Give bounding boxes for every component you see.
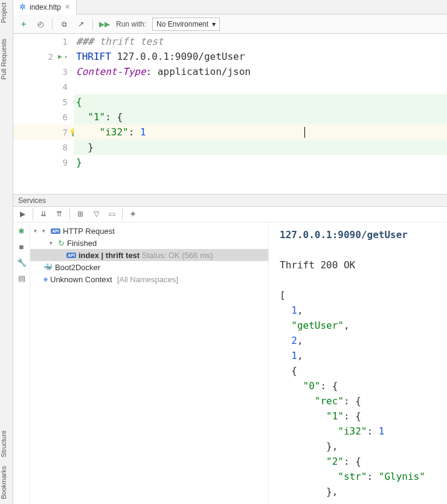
chevron-down-icon[interactable]: ▾: [65, 54, 68, 60]
stop-icon[interactable]: ■: [17, 242, 27, 251]
tree-kube-node[interactable]: ⎈ Unknown Context [All Namespaces]: [30, 273, 268, 285]
collapse-all-button[interactable]: ⇈: [54, 208, 65, 219]
finished-label: Finished: [67, 239, 97, 248]
gutter-line[interactable]: 3: [13, 64, 74, 79]
response-line: {: [271, 363, 445, 378]
response-line: 1,: [271, 348, 445, 363]
code-line[interactable]: {: [74, 94, 447, 109]
environment-select[interactable]: No Environment ▾: [152, 18, 220, 31]
tree-docker-node[interactable]: 🐳 Boot2Docker: [30, 261, 268, 273]
file-tab-label: index.http: [30, 3, 61, 11]
gutter-line[interactable]: 7💡: [13, 124, 74, 140]
gutter-line[interactable]: 8: [13, 140, 74, 155]
expand-icon[interactable]: ▾: [42, 228, 48, 234]
separator: [52, 19, 53, 30]
bug-icon[interactable]: ✱: [17, 226, 27, 236]
bookmarks-tool-button[interactable]: Bookmarks: [0, 464, 7, 502]
response-line: 1,: [271, 303, 445, 318]
file-tab[interactable]: ✲ index.http ✕: [13, 0, 77, 15]
copy-button[interactable]: ⧉: [59, 19, 69, 30]
services-title: Services: [18, 196, 46, 205]
response-line: },: [271, 484, 445, 499]
code-line[interactable]: }: [74, 155, 447, 170]
response-line: 2,: [271, 333, 445, 348]
code-line[interactable]: Content-Type: application/json: [74, 64, 447, 79]
gutter-line[interactable]: 4: [13, 79, 74, 94]
pull-requests-tool-button[interactable]: Pull Requests: [0, 36, 7, 82]
blank-line: [271, 273, 445, 288]
services-toolbar: ▶ ⇊ ⇈ ⊞ ▽ ▭ ＋: [13, 207, 447, 222]
code-line[interactable]: }: [74, 140, 447, 155]
http-file-icon: ✲: [19, 2, 26, 11]
add-request-button[interactable]: ＋: [18, 19, 29, 30]
view-button[interactable]: ▭: [106, 208, 117, 219]
code-line[interactable]: ### thrift test: [74, 34, 447, 49]
project-label: Project: [0, 2, 7, 23]
separator: [92, 19, 93, 30]
kubernetes-icon: ⎈: [43, 275, 48, 283]
response-line: "str": "Glynis": [271, 469, 445, 484]
services-tree[interactable]: ▾ ▾ API HTTP Request ▾ ↻ Finished API in…: [30, 222, 268, 504]
wrench-icon[interactable]: 🔧: [17, 257, 27, 267]
response-line: [: [271, 288, 445, 303]
code-line[interactable]: [74, 79, 447, 94]
project-tool-button[interactable]: Project: [0, 0, 7, 25]
docker-label: Boot2Docker: [55, 263, 100, 272]
gutter-line[interactable]: 1: [13, 34, 74, 49]
rerun-icon[interactable]: ↻: [58, 239, 65, 248]
response-line: "1": {: [271, 409, 445, 424]
expand-icon[interactable]: ▾: [34, 228, 40, 234]
http-request-label: HTTP Request: [63, 227, 115, 236]
api-icon: API: [66, 251, 76, 259]
gutter-line[interactable]: 6: [13, 109, 74, 124]
filter-button[interactable]: ▽: [91, 208, 101, 219]
expand-icon[interactable]: ▾: [50, 240, 56, 246]
history-button[interactable]: ◴: [35, 19, 46, 30]
request-item-label: index | thrift test Status: OK (566 ms): [79, 251, 213, 260]
group-button[interactable]: ⊞: [75, 208, 86, 219]
code-line[interactable]: THRIFT 127.0.0.1:9090/getUser: [74, 49, 447, 64]
docker-icon: 🐳: [43, 263, 53, 271]
environment-selected: No Environment: [156, 20, 208, 28]
response-title: 127.0.0.1:9090/getUser: [271, 227, 445, 242]
text-caret: [304, 127, 305, 138]
add-service-button[interactable]: ＋: [127, 208, 138, 219]
tree-http-request-node[interactable]: ▾ ▾ API HTTP Request: [30, 225, 268, 237]
services-panel-header[interactable]: Services: [13, 194, 447, 207]
layout-icon[interactable]: ▤: [17, 273, 27, 283]
tree-request-item[interactable]: API index | thrift test Status: OK (566 …: [30, 249, 268, 261]
structure-label: Structure: [0, 430, 7, 457]
expand-all-button[interactable]: ⇊: [38, 208, 49, 219]
folder-icon[interactable]: [0, 25, 13, 33]
chevron-down-icon: ▾: [212, 20, 216, 28]
response-panel[interactable]: 127.0.0.1:9090/getUser Thrift 200 OK [ 1…: [268, 222, 447, 504]
code-line[interactable]: "1": {: [74, 109, 447, 124]
run-button[interactable]: ▶: [17, 208, 28, 219]
structure-tool-button[interactable]: Structure: [0, 428, 7, 460]
close-tab-icon[interactable]: ✕: [65, 3, 70, 11]
kube-namespaces: [All Namespaces]: [117, 275, 178, 284]
gutter-line[interactable]: 2▶▾: [13, 49, 74, 64]
response-line: "i32": 1: [271, 424, 445, 439]
run-all-button[interactable]: ▶▶: [99, 19, 110, 30]
code-area[interactable]: ### thrift testTHRIFT 127.0.0.1:9090/get…: [74, 34, 447, 194]
gutter-line[interactable]: 5: [13, 94, 74, 109]
code-editor[interactable]: 12▶▾34567💡89 ### thrift testTHRIFT 127.0…: [13, 34, 447, 194]
run-request-icon[interactable]: ▶: [58, 53, 62, 60]
editor-tabs: ✲ index.http ✕: [13, 0, 447, 15]
pull-requests-label: Pull Requests: [0, 39, 7, 80]
response-line: "2": {: [271, 454, 445, 469]
run-with-label: Run with:: [116, 20, 146, 28]
kube-label: Unknown Context: [50, 275, 112, 284]
api-icon: API: [51, 227, 60, 235]
tool-window-rail: Project Pull Requests Structure Bookmark…: [0, 0, 13, 504]
separator: [69, 208, 70, 219]
services-body: ✱ ■ 🔧 ▤ ▾ ▾ API HTTP Request ▾ ↻ Finishe…: [13, 222, 447, 504]
response-line: "getUser",: [271, 318, 445, 333]
tree-finished-node[interactable]: ▾ ↻ Finished: [30, 237, 268, 249]
response-line: "0": {: [271, 378, 445, 393]
export-button[interactable]: ↗: [76, 19, 86, 30]
code-line[interactable]: "i32": 1: [74, 124, 447, 140]
blank-line: [271, 242, 445, 257]
gutter-line[interactable]: 9: [13, 155, 74, 170]
